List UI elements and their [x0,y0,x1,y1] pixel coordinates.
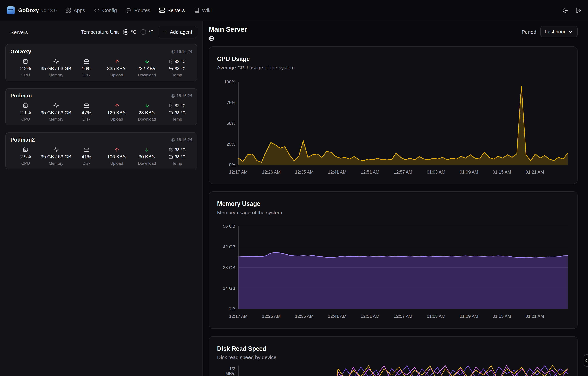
nav-item-servers[interactable]: Servers [159,7,185,13]
svg-text:0%: 0% [229,162,235,167]
nav-item-wiki[interactable]: Wiki [194,7,212,13]
nav-item-config[interactable]: Config [94,7,117,13]
svg-text:01:21 AM: 01:21 AM [526,169,544,175]
logout-icon[interactable] [576,7,581,13]
hard-drive-icon [169,66,173,71]
svg-text:100%: 100% [224,79,235,84]
svg-text:12:57 AM: 12:57 AM [394,314,412,319]
sidebar-controls: Temperature Unit °C °F Add agent [81,26,197,38]
chart-title: CPU Usage [217,55,569,63]
temp-unit-celsius-radio[interactable]: °C [123,29,136,35]
memory-label: Memory [49,116,63,122]
download-label: Download [138,72,156,78]
upload-value: 129 KB/s [107,109,126,116]
server-card-godoxy[interactable]: GoDoxy @ 16:16:24 2.2% CPU 35 GB / 63 GB… [5,44,197,81]
chart-subtitle: Memory usage of the system [217,209,569,216]
server-card-podman2[interactable]: Podman2 @ 16:16:24 2.5% CPU 35 GB / 63 G… [5,132,197,169]
svg-text:12:51 AM: 12:51 AM [361,169,379,175]
stat-memory: 35 GB / 63 GB Memory [41,102,71,122]
svg-text:01:03 AM: 01:03 AM [427,169,445,175]
memory-label: Memory [49,72,63,78]
download-value: 30 KB/s [139,153,155,160]
cpu-temp-value: 38 °C [175,147,186,152]
temperature-unit-label: Temperature Unit [81,29,118,35]
stat-temp: 32 °C 38 °C Temp [162,102,192,122]
svg-text:12:35 AM: 12:35 AM [295,314,314,319]
svg-text:0 B: 0 B [229,306,235,312]
svg-text:12:17 AM: 12:17 AM [229,314,248,319]
svg-text:14 GB: 14 GB [223,286,235,291]
temp-label: Temp [172,116,182,122]
stat-download: 23 KB/s Download [132,102,162,122]
cpu-value: 2.1% [20,109,31,116]
disk-label: Disk [83,160,91,167]
memory-value: 35 GB / 63 GB [41,65,71,72]
stat-memory: 35 GB / 63 GB Memory [41,146,71,167]
svg-text:01:09 AM: 01:09 AM [460,169,478,175]
svg-text:42 GB: 42 GB [223,244,235,249]
stat-download: 30 KB/s Download [132,146,162,167]
temp-unit-fahrenheit-radio[interactable]: °F [141,29,153,35]
cpu-temp-value: 32 °C [175,103,186,108]
upload-label: Upload [110,72,123,78]
memory-usage-chart: 56 GB42 GB28 GB14 GB0 B12:17 AM12:26 AM1… [217,218,570,320]
nav-item-routes[interactable]: Routes [126,7,150,13]
celsius-label: °C [131,29,136,35]
top-navbar: GoDoxy v0.18.0 Apps Config Routes Server… [0,0,588,21]
cpu-value: 2.5% [20,153,31,160]
moon-icon[interactable] [562,7,568,13]
cpu-value: 2.2% [20,65,31,72]
server-stats: 2.2% CPU 35 GB / 63 GB Memory 16% Disk 3… [11,58,192,78]
panel-collapse-tab[interactable] [584,355,588,366]
activity-icon [53,58,59,64]
download-label: Download [138,160,156,167]
godoxy-logo [7,6,15,14]
nav-label: Config [102,7,117,13]
book-icon [194,7,200,13]
svg-text:12:17 AM: 12:17 AM [229,169,248,175]
main-content: Main Server Period Last hour CPU Usage A… [203,21,588,376]
server-name: GoDoxy [11,49,31,55]
period-select[interactable]: Last hour [540,26,577,37]
svg-text:12:51 AM: 12:51 AM [361,314,379,319]
memory-value: 35 GB / 63 GB [41,109,71,116]
svg-text:12:41 AM: 12:41 AM [328,314,346,319]
stat-temp: 32 °C 38 °C Temp [162,58,192,78]
app-version: v0.18.0 [41,8,57,13]
add-agent-button[interactable]: Add agent [158,26,197,38]
stat-download: 232 KB/s Download [132,58,162,78]
hard-drive-icon [84,147,89,152]
nav-label: Servers [167,7,185,13]
activity-icon [53,147,59,152]
arrow-up-icon [114,58,119,64]
sidebar-title: Servers [5,29,28,35]
download-value: 23 KB/s [139,109,155,116]
upload-label: Upload [110,160,123,167]
server-timestamp: @ 16:16:24 [171,137,192,142]
fahrenheit-label: °F [148,29,153,35]
cpu-icon [23,147,29,152]
svg-text:12:57 AM: 12:57 AM [394,169,412,175]
stat-upload: 129 KB/s Upload [101,102,132,122]
svg-text:50%: 50% [226,121,235,126]
hard-drive-icon [169,155,173,159]
period-control: Period Last hour [522,26,577,37]
stat-disk: 16% Disk [71,58,101,78]
stat-cpu: 2.2% CPU [11,58,41,78]
svg-text:01:15 AM: 01:15 AM [492,169,511,175]
server-stats: 2.1% CPU 35 GB / 63 GB Memory 47% Disk 1… [11,102,192,122]
nav-item-apps[interactable]: Apps [65,7,85,13]
globe-icon[interactable] [209,36,214,41]
chart-subtitle: Average CPU usage of the system [217,64,569,71]
server-card-podman[interactable]: Podman @ 16:16:24 2.1% CPU 35 GB / 63 GB… [5,88,197,125]
svg-text:12:35 AM: 12:35 AM [295,169,314,175]
stat-cpu: 2.5% CPU [11,146,41,167]
stat-disk: 41% Disk [71,146,101,167]
nav-label: Wiki [202,7,212,13]
brand-name: GoDoxy [18,7,39,13]
stat-memory: 35 GB / 63 GB Memory [41,58,71,78]
server-name: Podman [11,93,32,99]
cpu-label: CPU [21,116,30,122]
disk-label: Disk [83,116,91,122]
disk-read-speed-card: Disk Read Speed Disk read speed by devic… [209,336,577,376]
